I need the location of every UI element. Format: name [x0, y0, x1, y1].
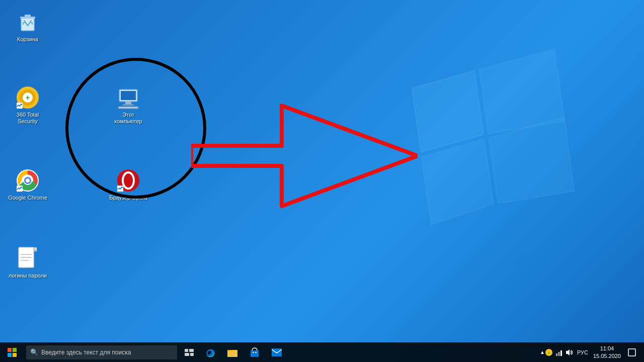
- taskbar-store[interactable]: [244, 342, 266, 362]
- red-arrow: [191, 101, 418, 211]
- svg-rect-13: [121, 91, 136, 100]
- this-computer-icon[interactable]: Этот компьютер: [108, 85, 148, 125]
- taskbar-edge[interactable]: [199, 342, 221, 362]
- svg-rect-40: [251, 350, 259, 357]
- windows-logo-watermark: [408, 40, 584, 231]
- search-bar[interactable]: 🔍 Введите здесь текст для поиска: [26, 345, 177, 359]
- svg-rect-6: [25, 15, 31, 17]
- this-computer-label: Этот компьютер: [108, 112, 148, 125]
- tray-360-icon: +: [545, 348, 553, 356]
- opera-icon[interactable]: Браузер Opera: [108, 168, 148, 201]
- tray-icons: +: [545, 348, 573, 356]
- svg-text:+: +: [26, 94, 30, 102]
- svg-rect-14: [125, 102, 131, 104]
- svg-rect-41: [253, 352, 254, 353]
- svg-rect-43: [272, 348, 282, 356]
- notification-button[interactable]: [624, 342, 640, 362]
- taskbar-file-explorer[interactable]: [221, 342, 244, 362]
- svg-point-20: [26, 178, 30, 183]
- tray-volume-icon[interactable]: [565, 348, 573, 356]
- svg-text:+: +: [548, 351, 550, 355]
- search-icon: 🔍: [30, 348, 38, 356]
- total-security-icon[interactable]: + 360 Total Security: [8, 85, 48, 125]
- svg-rect-50: [628, 349, 635, 356]
- svg-rect-5: [20, 17, 35, 19]
- svg-rect-46: [556, 353, 557, 356]
- svg-rect-36: [189, 349, 194, 352]
- clock-date: 15.05.2020: [593, 352, 621, 359]
- tray-network-icon[interactable]: [555, 348, 563, 356]
- passwords-icon[interactable]: логины пароли: [8, 246, 48, 279]
- svg-rect-42: [255, 352, 257, 353]
- task-view-button[interactable]: [179, 342, 199, 362]
- google-chrome-label: Google Chrome: [8, 195, 47, 201]
- svg-rect-47: [558, 352, 559, 356]
- clock[interactable]: 11:04 15.05.2020: [590, 345, 624, 359]
- svg-rect-15: [123, 104, 134, 106]
- svg-marker-30: [191, 106, 418, 206]
- tray-expand-icon[interactable]: ▲: [540, 349, 545, 355]
- recycle-bin-icon[interactable]: Корзина: [8, 10, 48, 43]
- passwords-label: логины пароли: [9, 273, 47, 279]
- taskbar-mail[interactable]: [266, 342, 288, 362]
- svg-rect-16: [118, 107, 138, 109]
- svg-rect-37: [185, 353, 189, 356]
- svg-rect-34: [13, 353, 17, 357]
- svg-rect-39: [227, 350, 237, 357]
- svg-rect-38: [190, 353, 194, 356]
- tray-language[interactable]: РУС: [577, 349, 588, 355]
- svg-rect-35: [185, 349, 188, 352]
- taskbar: 🔍 Введите здесь текст для поиска: [0, 342, 644, 362]
- opera-label: Браузер Opera: [109, 195, 147, 201]
- system-tray: ▲ + РУС 11:04 15.05.: [536, 342, 644, 362]
- total-security-label: 360 Total Security: [8, 112, 48, 125]
- svg-marker-0: [411, 70, 485, 152]
- search-placeholder: Введите здесь текст для поиска: [41, 349, 131, 356]
- svg-rect-31: [8, 348, 12, 352]
- svg-rect-33: [8, 353, 12, 357]
- svg-marker-49: [566, 349, 570, 355]
- desktop: Корзина + 360 Total Security: [0, 0, 644, 342]
- svg-marker-2: [420, 139, 495, 225]
- svg-rect-48: [560, 350, 562, 356]
- google-chrome-icon[interactable]: Google Chrome: [8, 168, 48, 201]
- recycle-bin-label: Корзина: [17, 36, 38, 43]
- start-button[interactable]: [0, 342, 24, 362]
- svg-rect-32: [13, 348, 17, 352]
- clock-time: 11:04: [600, 345, 614, 352]
